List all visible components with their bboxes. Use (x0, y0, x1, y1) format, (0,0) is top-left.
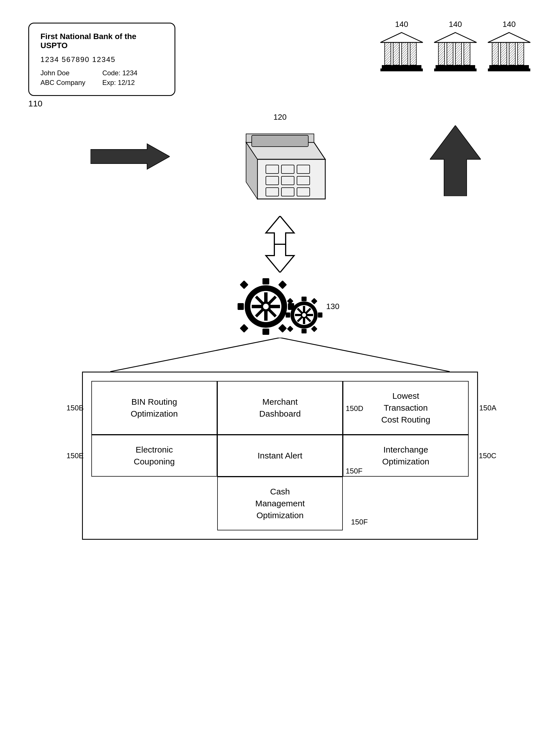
label-150c: 150C (479, 451, 496, 461)
card-name: John Doe (40, 69, 85, 77)
label-150e: 150E (66, 451, 84, 461)
svg-rect-20 (518, 42, 524, 65)
bank-icon-3 (486, 31, 532, 74)
svg-rect-9 (438, 42, 445, 65)
svg-rect-43 (262, 328, 269, 335)
card-company: ABC Company (40, 79, 85, 87)
svg-rect-4 (410, 42, 416, 65)
bank-icon-1 (379, 31, 424, 74)
card-code: Code: 1234 (102, 69, 137, 77)
double-arrow-svg (263, 216, 297, 272)
double-arrow-container (263, 216, 297, 272)
svg-rect-17 (492, 42, 498, 65)
cell-cash-management-text: CashManagementOptimization (255, 486, 305, 521)
svg-rect-46 (278, 280, 287, 289)
banks-section: 140 (379, 17, 532, 74)
cell-instant-alert: Instant Alert (217, 435, 343, 477)
svg-rect-42 (262, 278, 269, 284)
bank-label-3: 140 (503, 20, 516, 29)
svg-rect-2 (393, 42, 399, 65)
card-box: First National Bank of the USPTO 1234 56… (28, 23, 175, 96)
arrow-to-banks (430, 125, 481, 196)
svg-rect-14 (434, 68, 477, 71)
large-gear-svg (238, 278, 294, 335)
arrow-to-pos (91, 142, 170, 171)
svg-rect-18 (501, 42, 507, 65)
svg-rect-13 (436, 65, 475, 68)
bottom-box: 150B BIN RoutingOptimization MerchantDas… (82, 372, 478, 540)
svg-rect-44 (288, 303, 294, 310)
svg-rect-60 (318, 312, 322, 317)
cell-lowest-transaction: LowestTransactionCost Routing 150A (343, 381, 469, 435)
gear-label: 130 (326, 302, 339, 311)
card-exp: Exp: 12/12 (102, 79, 137, 87)
card-details-left: John Doe ABC Company (40, 69, 85, 87)
cell-empty-left (91, 477, 217, 530)
cell-empty-right (343, 477, 469, 530)
svg-rect-49 (240, 324, 248, 332)
svg-rect-1 (385, 42, 391, 65)
bank-1: 140 (379, 20, 424, 74)
svg-marker-0 (380, 33, 423, 42)
label-150b: 150B (66, 403, 84, 413)
card-number: 1234 567890 12345 (40, 55, 163, 64)
main-diagram: First National Bank of the USPTO 1234 56… (0, 0, 560, 737)
cell-bin-routing: 150B BIN RoutingOptimization (91, 381, 217, 435)
svg-rect-5 (382, 65, 421, 68)
cell-bin-routing-text: BIN RoutingOptimization (131, 396, 178, 420)
bottom-grid: 150B BIN RoutingOptimization MerchantDas… (91, 381, 469, 530)
svg-point-73 (302, 313, 306, 317)
svg-marker-16 (488, 33, 530, 42)
pos-terminal-svg (229, 125, 331, 210)
svg-rect-3 (402, 42, 408, 65)
svg-rect-10 (447, 42, 453, 65)
svg-marker-24 (91, 144, 170, 169)
svg-marker-41 (266, 244, 294, 272)
svg-line-75 (280, 337, 450, 372)
svg-rect-12 (464, 42, 470, 65)
cell-instant-alert-text: Instant Alert (258, 450, 302, 462)
svg-rect-21 (489, 65, 529, 68)
bank-label-2: 140 (449, 20, 462, 29)
card-details: John Doe ABC Company Code: 1234 Exp: 12/… (40, 69, 163, 87)
expand-lines (82, 337, 478, 372)
svg-rect-62 (311, 298, 318, 304)
cell-electronic-couponing: 150E ElectronicCouponing (91, 435, 217, 477)
expand-lines-svg (82, 337, 478, 372)
svg-rect-64 (311, 326, 318, 332)
cell-merchant-dashboard-text: MerchantDashboard (259, 396, 301, 420)
svg-rect-6 (380, 68, 423, 71)
svg-rect-48 (278, 324, 287, 332)
svg-rect-19 (509, 42, 515, 65)
svg-rect-45 (238, 303, 244, 310)
svg-marker-39 (430, 125, 481, 196)
cell-electronic-couponing-text: ElectronicCouponing (134, 444, 175, 468)
label-150a: 150A (479, 403, 496, 413)
svg-rect-22 (488, 68, 530, 71)
bank-label-1: 140 (395, 20, 408, 29)
pos-row: 120 (0, 125, 560, 210)
card-details-right: Code: 1234 Exp: 12/12 (102, 69, 137, 87)
svg-rect-11 (455, 42, 462, 65)
svg-rect-27 (252, 135, 308, 147)
svg-rect-59 (301, 329, 307, 333)
cell-interchange-text: InterchangeOptimization (382, 444, 429, 468)
card-id-label: 110 (28, 99, 175, 108)
top-section: First National Bank of the USPTO 1234 56… (0, 17, 560, 108)
svg-marker-8 (434, 33, 477, 42)
svg-point-57 (263, 304, 269, 309)
svg-marker-40 (266, 216, 294, 244)
cell-cash-management: CashManagementOptimization 150F (217, 477, 343, 530)
svg-rect-47 (240, 280, 248, 289)
bank-3: 140 (486, 20, 532, 74)
card-title: First National Bank of the USPTO (40, 32, 163, 50)
cell-interchange: InterchangeOptimization 150C (343, 435, 469, 477)
cell-lowest-transaction-text: LowestTransactionCost Routing (381, 390, 430, 426)
svg-rect-58 (301, 296, 307, 301)
gears-container: 130 (238, 278, 322, 335)
pos-terminal-container: 120 (229, 125, 331, 210)
cell-merchant-dashboard: MerchantDashboard (217, 381, 343, 435)
bank-icon-2 (433, 31, 478, 74)
bank-2: 140 (433, 20, 478, 74)
pos-label: 120 (273, 113, 287, 122)
